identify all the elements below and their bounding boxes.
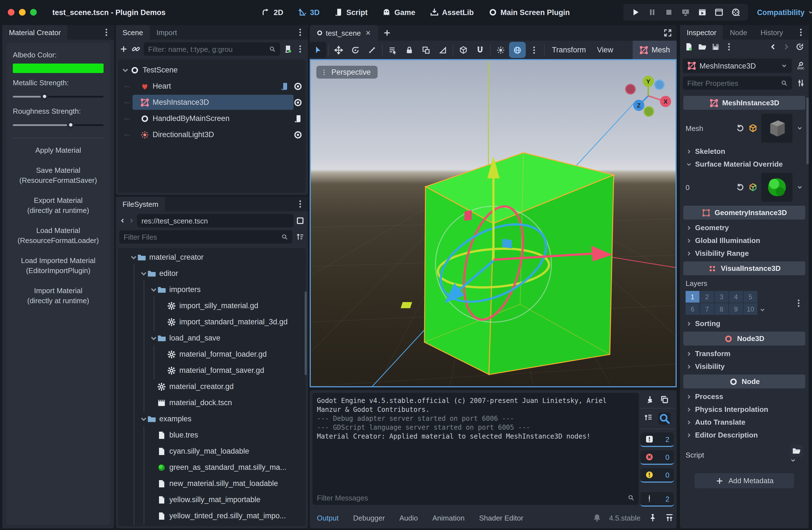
material-button-save-material[interactable]: Save Material(ResourceFormatSaver) bbox=[12, 161, 105, 191]
expand-viewport-button[interactable] bbox=[663, 28, 672, 37]
filter-files-input[interactable]: Filter Files bbox=[119, 230, 292, 243]
chev-down-icon[interactable] bbox=[790, 457, 796, 464]
tab-material-creator[interactable]: Material Creator bbox=[2, 25, 68, 40]
tab-node[interactable]: Node bbox=[723, 25, 754, 40]
file-material-dock-tscn[interactable]: material_dock.tscn bbox=[118, 394, 306, 411]
property-group-physics-interpolation[interactable]: Physics Interpolation bbox=[682, 403, 807, 416]
layer-cell-9[interactable]: 9 bbox=[729, 303, 743, 315]
pause-button[interactable] bbox=[648, 8, 657, 17]
menu-transform[interactable]: Transform bbox=[546, 46, 592, 54]
filter-messages-input[interactable]: Filter Messages bbox=[313, 490, 639, 505]
play-button[interactable] bbox=[631, 8, 640, 17]
preview-environment-button[interactable] bbox=[509, 42, 526, 58]
history-forward-button[interactable] bbox=[782, 42, 791, 51]
copy-output-button[interactable] bbox=[660, 395, 669, 404]
file-load-and-save[interactable]: load_and_save bbox=[118, 330, 306, 346]
file-importers[interactable]: importers bbox=[118, 281, 306, 297]
tool-scale-button[interactable] bbox=[364, 41, 380, 59]
instance-scene-button[interactable] bbox=[131, 45, 140, 54]
resource-preview[interactable] bbox=[761, 114, 793, 143]
renderer-selector[interactable]: Compatibility bbox=[757, 8, 812, 16]
preview-menu-button[interactable] bbox=[526, 41, 542, 59]
inspector-node-selector[interactable]: MeshInstance3D bbox=[683, 58, 792, 73]
layer-cell-8[interactable]: 8 bbox=[714, 303, 728, 315]
filter-edit-badge[interactable]: 2 bbox=[640, 492, 674, 506]
close-window-button[interactable] bbox=[8, 9, 14, 16]
bottom-tab-animation[interactable]: Animation bbox=[433, 514, 465, 522]
scene-node-directionallight3d[interactable]: DirectionalLight3D bbox=[118, 126, 306, 143]
property-group-process[interactable]: Process bbox=[682, 390, 807, 403]
metallic-strength-slider[interactable] bbox=[13, 92, 104, 101]
file-new-material-silly-mat-loadable[interactable]: new_material.silly_mat_loadable bbox=[118, 475, 306, 491]
attach-script-button[interactable] bbox=[284, 45, 292, 54]
file-cyan-silly-mat-loadable[interactable]: cyan.silly_mat_loadable bbox=[118, 443, 306, 459]
material-button-import-material[interactable]: Import Material(directly at runtime) bbox=[12, 281, 105, 311]
maximize-window-button[interactable] bbox=[30, 9, 37, 16]
main-menu-assetlib[interactable]: AssetLib bbox=[430, 8, 474, 17]
close-icon[interactable] bbox=[365, 29, 372, 36]
class-header-visualinstance3d[interactable]: VisualInstance3D bbox=[683, 261, 805, 275]
layer-cell-5[interactable]: 5 bbox=[743, 291, 757, 303]
file-import-silly-material-gd[interactable]: import_silly_material.gd bbox=[118, 297, 306, 314]
file-yellow-tinted-red-silly-mat-impo[interactable]: yellow_tinted_red.silly_mat_impo... bbox=[118, 508, 306, 524]
scene-node-heart[interactable]: Heart bbox=[118, 78, 306, 94]
file-material-creator[interactable]: material_creator bbox=[118, 249, 306, 265]
main-menu-main-screen-plugin[interactable]: Main Screen Plugin bbox=[488, 8, 570, 17]
minimize-window-button[interactable] bbox=[19, 9, 26, 16]
plane-handle-y[interactable] bbox=[401, 302, 412, 308]
ruler-button[interactable] bbox=[434, 41, 451, 59]
output-log[interactable]: Godot Engine v4.5.stable.official (c) 20… bbox=[313, 393, 639, 493]
open-docs-button[interactable]: DOC bbox=[796, 61, 805, 70]
bottom-tab-audio[interactable]: Audio bbox=[399, 514, 418, 522]
axis-ball-neg-y[interactable] bbox=[644, 107, 654, 116]
menu-mesh[interactable]: Mesh bbox=[633, 41, 677, 59]
lock-node-button[interactable] bbox=[401, 41, 418, 59]
history-back-button[interactable] bbox=[769, 42, 778, 51]
bottom-tab-output[interactable]: Output bbox=[317, 514, 338, 522]
sort-files-button[interactable] bbox=[296, 233, 305, 241]
resource-menu-button[interactable] bbox=[725, 42, 734, 51]
plane-handle-x[interactable] bbox=[464, 210, 472, 221]
property-group-visibility[interactable]: Visibility bbox=[682, 360, 807, 373]
clear-output-button[interactable] bbox=[646, 395, 654, 404]
tab-filesystem[interactable]: FileSystem bbox=[116, 197, 165, 211]
material-button-apply-material[interactable]: Apply Material bbox=[12, 140, 105, 161]
play-scene-button[interactable] bbox=[698, 8, 707, 17]
axis-ball-neg-x[interactable] bbox=[626, 84, 635, 94]
roughness-strength-slider[interactable] bbox=[13, 120, 104, 130]
movie-button[interactable] bbox=[731, 8, 740, 17]
property-group-visibility-range[interactable]: Visibility Range bbox=[682, 247, 807, 260]
layer-cell-2[interactable]: 2 bbox=[700, 291, 714, 303]
preview-sun-button[interactable] bbox=[492, 41, 509, 59]
class-header-node3d[interactable]: Node3D bbox=[683, 332, 805, 346]
file-green-as-standard-mat-silly-ma[interactable]: green_as_standard_mat.silly_ma... bbox=[118, 459, 306, 475]
axis-ball-neg-z[interactable] bbox=[655, 80, 664, 89]
snap-button[interactable] bbox=[472, 41, 489, 59]
toggle-split-mode-button[interactable] bbox=[296, 216, 305, 225]
pin-icon[interactable] bbox=[648, 513, 657, 522]
nav-forward-button[interactable] bbox=[128, 217, 135, 224]
viewport-3d[interactable]: Y X Z Perspective bbox=[310, 59, 677, 387]
search-output-button[interactable] bbox=[658, 413, 670, 425]
filter-properties-input[interactable]: Filter Properties bbox=[683, 76, 792, 90]
scene-filter-input[interactable]: Filter: name, t:type, g:grou bbox=[144, 42, 280, 56]
scene-node-meshinstance3d[interactable]: MeshInstance3D bbox=[118, 94, 306, 110]
class-header-meshinstance3d[interactable]: MeshInstance3D bbox=[683, 96, 805, 110]
layer-cell-4[interactable]: 4 bbox=[729, 291, 743, 303]
chev-down-icon[interactable] bbox=[796, 125, 803, 131]
dock-menu-button[interactable] bbox=[296, 197, 305, 211]
tool-select-button[interactable] bbox=[310, 42, 327, 58]
tool-list-select-button[interactable] bbox=[384, 41, 401, 59]
tab-scene[interactable]: Scene bbox=[116, 25, 150, 40]
save-resource-button[interactable] bbox=[711, 42, 720, 51]
scene-tree-menu-button[interactable] bbox=[296, 45, 305, 54]
layer-cell-6[interactable]: 6 bbox=[685, 303, 699, 315]
stop-button[interactable] bbox=[664, 8, 673, 17]
scene-node-testscene[interactable]: TestScene bbox=[118, 62, 306, 78]
plane-handle-z[interactable] bbox=[502, 239, 512, 249]
file-examples[interactable]: examples bbox=[118, 411, 306, 427]
current-path-field[interactable]: res://test_scene.tscn bbox=[137, 214, 293, 227]
dock-menu-button[interactable] bbox=[296, 25, 305, 40]
script-icon[interactable] bbox=[293, 114, 302, 123]
layer-cell-7[interactable]: 7 bbox=[700, 303, 714, 315]
